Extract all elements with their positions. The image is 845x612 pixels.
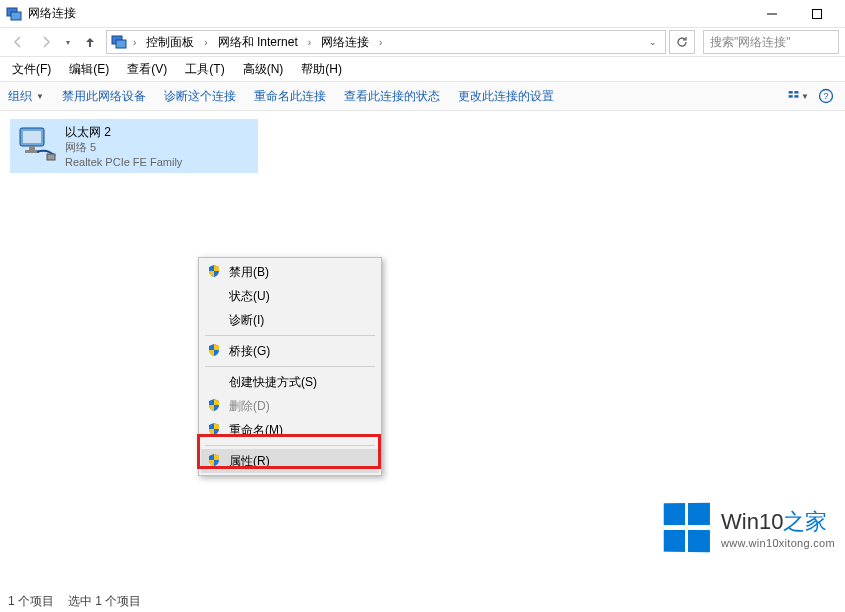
svg-rect-13	[23, 131, 41, 143]
address-dropdown-icon[interactable]: ⌄	[645, 37, 661, 47]
context-menu-separator	[205, 335, 375, 336]
context-menu-label: 属性(R)	[229, 453, 270, 470]
svg-rect-6	[789, 91, 793, 93]
context-menu-label: 诊断(I)	[229, 312, 264, 329]
svg-rect-7	[794, 91, 798, 93]
help-button[interactable]: ?	[815, 85, 837, 107]
shield-icon	[207, 398, 221, 412]
menu-edit[interactable]: 编辑(E)	[61, 59, 117, 80]
chevron-right-icon: ›	[306, 37, 313, 48]
svg-text:?: ?	[823, 91, 828, 101]
context-menu: 禁用(B)状态(U)诊断(I)桥接(G)创建快捷方式(S)删除(D)重命名(M)…	[198, 257, 382, 476]
chevron-down-icon: ▼	[36, 92, 44, 101]
chevron-right-icon: ›	[377, 37, 384, 48]
address-bar[interactable]: › 控制面板 › 网络和 Internet › 网络连接 › ⌄	[106, 30, 666, 54]
history-dropdown[interactable]: ▾	[62, 30, 74, 54]
context-menu-item[interactable]: 桥接(G)	[201, 339, 379, 363]
context-menu-separator	[205, 366, 375, 367]
maximize-button[interactable]	[794, 0, 839, 27]
cmd-disable-device[interactable]: 禁用此网络设备	[62, 88, 146, 105]
adapter-network: 网络 5	[65, 140, 182, 155]
addressbar-icon	[111, 34, 127, 50]
menu-help[interactable]: 帮助(H)	[293, 59, 350, 80]
status-item-count: 1 个项目	[8, 593, 54, 610]
cmd-diagnose[interactable]: 诊断这个连接	[164, 88, 236, 105]
ethernet-adapter-icon	[17, 124, 57, 164]
menu-advanced[interactable]: 高级(N)	[235, 59, 292, 80]
chevron-right-icon: ›	[131, 37, 138, 48]
shield-icon	[207, 453, 221, 467]
context-menu-item[interactable]: 状态(U)	[201, 284, 379, 308]
app-icon	[6, 6, 22, 22]
menu-file[interactable]: 文件(F)	[4, 59, 59, 80]
menu-tools[interactable]: 工具(T)	[177, 59, 232, 80]
window-title: 网络连接	[28, 5, 76, 22]
context-menu-label: 桥接(G)	[229, 343, 270, 360]
context-menu-separator	[205, 445, 375, 446]
context-menu-item[interactable]: 创建快捷方式(S)	[201, 370, 379, 394]
cmd-organize[interactable]: 组织▼	[8, 88, 44, 105]
context-menu-item: 删除(D)	[201, 394, 379, 418]
watermark: Win10之家 www.win10xitong.com	[663, 503, 835, 553]
context-menu-label: 创建快捷方式(S)	[229, 374, 317, 391]
shield-icon	[207, 343, 221, 357]
svg-rect-1	[11, 12, 21, 20]
address-row: ▾ › 控制面板 › 网络和 Internet › 网络连接 › ⌄ 搜索"网络…	[0, 27, 845, 57]
forward-button[interactable]	[34, 30, 58, 54]
svg-rect-9	[794, 95, 798, 97]
breadcrumb-item[interactable]: 网络连接	[317, 34, 373, 51]
context-menu-label: 重命名(M)	[229, 422, 283, 439]
refresh-button[interactable]	[669, 30, 695, 54]
search-input[interactable]: 搜索"网络连接"	[703, 30, 839, 54]
watermark-brand: Win10之家	[721, 507, 835, 537]
chevron-down-icon: ▼	[801, 92, 809, 101]
svg-rect-16	[47, 154, 55, 160]
network-adapter-item[interactable]: 以太网 2 网络 5 Realtek PCIe FE Family	[10, 119, 258, 173]
up-button[interactable]	[78, 30, 102, 54]
menu-view[interactable]: 查看(V)	[119, 59, 175, 80]
windows-logo-icon	[664, 503, 713, 554]
view-options-button[interactable]: ▼	[787, 85, 809, 107]
menu-bar: 文件(F) 编辑(E) 查看(V) 工具(T) 高级(N) 帮助(H)	[0, 57, 845, 81]
svg-rect-8	[789, 95, 793, 97]
context-menu-label: 禁用(B)	[229, 264, 269, 281]
chevron-right-icon: ›	[202, 37, 209, 48]
status-bar: 1 个项目 选中 1 个项目	[0, 590, 149, 612]
back-button[interactable]	[6, 30, 30, 54]
context-menu-item[interactable]: 禁用(B)	[201, 260, 379, 284]
cmd-view-status[interactable]: 查看此连接的状态	[344, 88, 440, 105]
adapter-description: Realtek PCIe FE Family	[65, 155, 182, 170]
context-menu-item[interactable]: 重命名(M)	[201, 418, 379, 442]
title-bar: 网络连接	[0, 0, 845, 27]
content-area: 以太网 2 网络 5 Realtek PCIe FE Family 禁用(B)状…	[0, 111, 845, 571]
watermark-url: www.win10xitong.com	[721, 537, 835, 549]
context-menu-item[interactable]: 诊断(I)	[201, 308, 379, 332]
status-selected-count: 选中 1 个项目	[68, 593, 141, 610]
minimize-button[interactable]	[749, 0, 794, 27]
cmd-rename[interactable]: 重命名此连接	[254, 88, 326, 105]
cmd-change-settings[interactable]: 更改此连接的设置	[458, 88, 554, 105]
shield-icon	[207, 264, 221, 278]
svg-rect-14	[29, 146, 35, 150]
adapter-name: 以太网 2	[65, 124, 182, 140]
context-menu-label: 删除(D)	[229, 398, 270, 415]
svg-rect-3	[812, 9, 821, 18]
context-menu-label: 状态(U)	[229, 288, 270, 305]
context-menu-item[interactable]: 属性(R)	[201, 449, 379, 473]
command-bar: 组织▼ 禁用此网络设备 诊断这个连接 重命名此连接 查看此连接的状态 更改此连接…	[0, 81, 845, 111]
breadcrumb-item[interactable]: 控制面板	[142, 34, 198, 51]
shield-icon	[207, 422, 221, 436]
svg-rect-5	[116, 40, 126, 48]
breadcrumb-item[interactable]: 网络和 Internet	[214, 34, 302, 51]
